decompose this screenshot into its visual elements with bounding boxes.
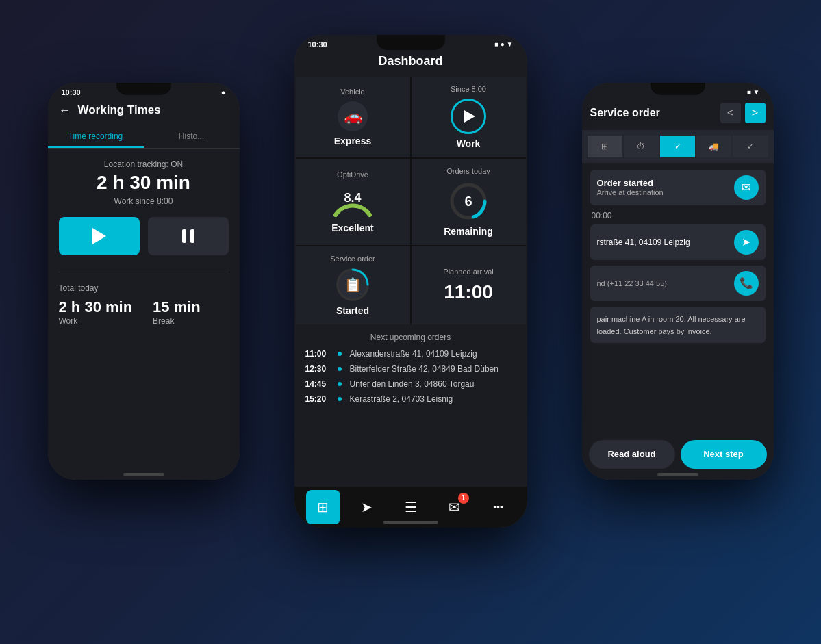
grid-icon: ⊞ (317, 499, 329, 515)
upcoming-title: Next upcoming orders (305, 333, 516, 342)
break-label: Break (153, 316, 201, 326)
nav-mail[interactable]: ✉ 1 (438, 490, 472, 524)
grid-cell-optidrive[interactable]: OptiDrive 8.4 Excellent (296, 159, 410, 245)
right-notch (651, 83, 705, 95)
center-phone: 10:30 ■ ● ▼ Dashboard Vehicle 🚗 Express (294, 35, 527, 528)
nav-arrow-right[interactable]: > (745, 103, 766, 123)
total-today-label: Total today (48, 283, 240, 293)
phone-row[interactable]: nd (+11 22 33 44 55) 📞 (590, 266, 766, 301)
step-5[interactable]: ✓ (733, 136, 768, 157)
orders-circle: 6 (448, 181, 489, 222)
vehicle-icon: 🚗 (338, 101, 368, 131)
tab-time-recording[interactable]: Time recording (48, 126, 144, 148)
more-icon: ••• (493, 502, 503, 513)
center-home-indicator (383, 521, 438, 524)
grid-cell-planned-arrival[interactable]: Planned arrival 11:00 (412, 246, 526, 324)
optidrive-title: Excellent (331, 222, 373, 233)
pause-bar-left (182, 229, 186, 243)
step-2[interactable]: ⏱ (624, 136, 659, 157)
grid-cell-orders[interactable]: Orders today 6 Remaining (412, 159, 526, 245)
navigation-icon: ➤ (361, 499, 372, 515)
dashboard-grid: Vehicle 🚗 Express Since 8:00 Work (296, 77, 526, 324)
next-step-button[interactable]: Next step (681, 440, 767, 469)
back-button[interactable]: ← (59, 103, 71, 118)
read-aloud-button[interactable]: Read aloud (589, 440, 675, 469)
nav-arrow-left[interactable]: < (720, 103, 741, 123)
left-header: ← Working Times (48, 99, 240, 126)
vehicle-title: Express (334, 136, 371, 146)
time-breakdown: 2 h 30 min Work 15 min Break (48, 298, 240, 326)
call-icon[interactable]: 📞 (734, 271, 759, 296)
order-time-1: 11:00 (305, 349, 329, 359)
upcoming-orders-section: Next upcoming orders 11:00 Alexanderstra… (294, 324, 527, 415)
order-dot-4 (338, 397, 342, 401)
center-notch (377, 35, 445, 50)
work-label: Work (59, 316, 133, 326)
dashboard-title: Dashboard (294, 51, 527, 77)
optidrive-gauge: 8.4 (329, 184, 377, 218)
order-row-1[interactable]: 11:00 Alexanderstraße 41, 04109 Leipzig (305, 349, 516, 359)
pause-button[interactable] (148, 217, 229, 255)
nav-navigation[interactable]: ➤ (350, 490, 384, 524)
service-order-label: Service order (330, 255, 375, 263)
order-address-4: Kerastraße 2, 04703 Leisnig (350, 394, 453, 404)
break-time-value: 15 min (153, 298, 201, 316)
divider (59, 272, 229, 272)
planned-arrival-label: Planned arrival (443, 268, 493, 276)
work-icon (451, 99, 486, 134)
grid-cell-service-order[interactable]: Service order 📋 Started (296, 246, 410, 324)
address-row[interactable]: rstraße 41, 04109 Leipzig ➤ (590, 224, 766, 260)
order-status-badge: Order started Arrive at destination ✉ (590, 170, 766, 205)
orders-title: Remaining (444, 226, 493, 237)
order-row-2[interactable]: 12:30 Bitterfelder Straße 42, 04849 Bad … (305, 364, 516, 374)
center-time: 10:30 (308, 40, 327, 49)
work-cell-label: Since 8:00 (451, 85, 486, 93)
nav-list[interactable]: ☰ (394, 490, 428, 524)
tab-history[interactable]: Histo... (144, 126, 240, 148)
navigate-icon[interactable]: ➤ (734, 230, 759, 255)
center-status-icons: ■ ● ▼ (494, 40, 514, 48)
nav-grid[interactable]: ⊞ (306, 490, 340, 524)
order-status-title: Order started (597, 178, 664, 188)
order-address-3: Unter den Linden 3, 04860 Torgau (350, 379, 475, 389)
order-status-subtitle: Arrive at destination (597, 188, 664, 196)
work-cell-title: Work (457, 138, 481, 149)
orders-value: 6 (464, 193, 472, 209)
time-value: 00:00 (590, 211, 766, 220)
grid-cell-work[interactable]: Since 8:00 Work (412, 77, 526, 157)
optidrive-value: 8.4 (344, 190, 361, 205)
left-status-icons: ● (221, 88, 226, 96)
phone-text: nd (+11 22 33 44 55) (597, 279, 667, 287)
order-time-3: 14:45 (305, 379, 329, 389)
order-time-2: 12:30 (305, 364, 329, 374)
nav-arrows: < > (720, 103, 766, 123)
work-time-value: 2 h 30 min (59, 298, 133, 316)
left-home-indicator (123, 473, 164, 476)
action-buttons (48, 217, 240, 255)
order-row-4[interactable]: 15:20 Kerastraße 2, 04703 Leisnig (305, 394, 516, 404)
order-dot-3 (338, 382, 342, 386)
progress-steps: ⊞ ⏱ ✓ 🚚 ✓ (582, 130, 774, 163)
left-time: 10:30 (62, 88, 81, 96)
step-4[interactable]: 🚚 (696, 136, 731, 157)
nav-more[interactable]: ••• (481, 490, 516, 524)
play-icon (92, 228, 106, 244)
right-bottom-buttons: Read aloud Next step (589, 440, 767, 469)
orders-label: Orders today (446, 167, 490, 175)
step-3[interactable]: ✓ (660, 136, 695, 157)
mail-action-icon[interactable]: ✉ (734, 175, 759, 200)
order-time-4: 15:20 (305, 394, 329, 404)
service-order-icon: 📋 (336, 268, 369, 301)
list-icon: ☰ (405, 499, 417, 515)
description-box: pair machine A in room 20. All necessary… (590, 307, 766, 343)
right-home-indicator (657, 473, 698, 476)
optidrive-label: OptiDrive (337, 170, 368, 179)
grid-cell-vehicle[interactable]: Vehicle 🚗 Express (296, 77, 410, 157)
play-button[interactable] (59, 217, 140, 255)
step-1[interactable]: ⊞ (588, 136, 622, 157)
planned-arrival-time: 11:00 (444, 281, 493, 303)
left-notch (116, 83, 171, 95)
order-row-3[interactable]: 14:45 Unter den Linden 3, 04860 Torgau (305, 379, 516, 389)
right-phone: ■ ▼ Service order < > ⊞ (582, 83, 774, 480)
working-time: 2 h 30 min (48, 172, 240, 194)
